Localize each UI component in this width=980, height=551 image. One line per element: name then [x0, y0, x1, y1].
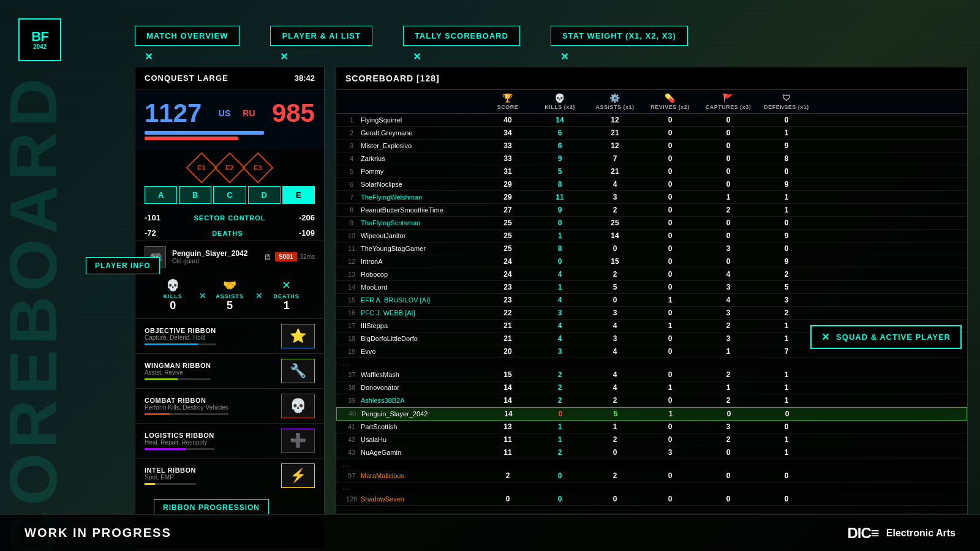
- player-subtitle: Old guard: [172, 258, 247, 264]
- table-row[interactable]: 16 PFC J. WEBB [AI] 22 3 3 0 3 2: [336, 307, 967, 320]
- table-row[interactable]: 8 PeanutButterSmoothieTime 27 9 2 0 2 1: [336, 204, 967, 217]
- table-row[interactable]: 7 TheFlyingWelshman 29 11 3 0 1 1: [336, 191, 967, 204]
- row-separator: ...: [336, 459, 967, 470]
- ea-logo: DIC≡ Electronic Arts: [847, 525, 956, 542]
- table-row[interactable]: 14 MooLord 23 1 5 0 3 5: [336, 281, 967, 294]
- ribbon-text: COMBAT RIBBON Perform Kills, Destroy Veh…: [145, 397, 228, 415]
- close-stat-weight[interactable]: ✕: [560, 51, 569, 62]
- table-row[interactable]: 15 EFR A. BRUSILOV [AI] 23 4 0 1 4 3: [336, 294, 967, 307]
- col-assists: ⚙️ ASSISTS (x1): [587, 93, 643, 110]
- table-row[interactable]: 2 Geralt Greymane 34 6 21 0 0 1: [336, 127, 967, 140]
- player-tag: S001: [275, 252, 296, 261]
- squad-close-icon[interactable]: ✕: [821, 331, 830, 343]
- game-logo: BF 2042: [18, 18, 61, 61]
- assists-col-icon: ⚙️: [609, 93, 620, 103]
- ribbon-icon: ⚡: [281, 463, 315, 488]
- sector-control-row: -101 SECTOR CONTROL -206: [135, 210, 324, 225]
- score-bar-us: [145, 131, 264, 135]
- deaths-ru: -109: [299, 228, 315, 238]
- team-labels: US RU: [219, 108, 255, 118]
- col-defenses: 🛡 DEFENSES (x1): [759, 93, 814, 110]
- table-row[interactable]: 11 TheYoungStagGamer 25 8 0 0 3 0: [336, 242, 967, 255]
- sector-tab-e[interactable]: E: [282, 186, 315, 204]
- table-row[interactable]: 12 IntronA 24 0 15 0 0 9: [336, 255, 967, 268]
- ribbon-item: COMBAT RIBBON Perform Kills, Destroy Veh…: [135, 388, 324, 423]
- ribbon-icon: 🔧: [281, 359, 315, 383]
- assist-icon: 🤝: [202, 279, 258, 292]
- objective-e1: E1: [186, 152, 217, 184]
- stat-deaths: ✕ DEATHS 1: [258, 279, 315, 312]
- tab-tally-scoreboard[interactable]: TALLY SCOREBOARD ✕: [403, 26, 520, 46]
- table-row[interactable]: 5 Pommy 31 5 21 0 0 0: [336, 165, 967, 178]
- sector-tab-b[interactable]: B: [179, 186, 211, 204]
- table-row[interactable]: 37 WafflesMash 15 2 4 0 2 1: [336, 369, 967, 381]
- work-in-progress: WORK IN PROGRESS: [24, 526, 172, 540]
- table-row[interactable]: 97 MaraMalicious 2 0 2 0 0 0: [336, 470, 967, 482]
- sector-control-ru: -206: [299, 213, 315, 222]
- table-row[interactable]: 128 ShadowSeven 0 0 0 0 0 0: [336, 493, 967, 506]
- ribbon-text: LOGISTICS RIBBON Heal, Repair, Resupply: [145, 432, 214, 450]
- ribbon-item: INTEL RIBBON Spot, EMP ⚡: [135, 458, 324, 493]
- column-headers: 🏆 SCORE 💀 KILLS (x2) ⚙️ ASSISTS (x1) 💊 R…: [336, 90, 967, 114]
- table-row[interactable]: 38 Donovonator 14 2 4 1 1 1: [336, 381, 967, 394]
- player-name: Penguin_Slayer_2042: [172, 249, 247, 258]
- player-info-label: PLAYER INFO: [86, 257, 160, 274]
- sector-tab-c[interactable]: C: [213, 186, 246, 204]
- sector-tab-d[interactable]: D: [248, 186, 281, 204]
- tab-stat-weight[interactable]: STAT WEIGHT (X1, X2, X3) ✕: [551, 26, 688, 46]
- deaths-value: 1: [258, 299, 315, 312]
- assists-label: ASSISTS: [202, 293, 258, 299]
- deaths-row: -72 DEATHS -109: [135, 225, 324, 241]
- close-tally[interactable]: ✕: [413, 51, 421, 62]
- table-row[interactable]: 4 Zarkrius 33 9 7 0 0 8: [336, 152, 967, 165]
- col-kills: 💀 KILLS (x2): [532, 93, 587, 110]
- score-us: 1127: [145, 99, 202, 128]
- monitor-icon: 🖥: [263, 252, 272, 262]
- col-player: [361, 93, 483, 110]
- objective-e2: E2: [214, 152, 246, 184]
- player-stats-row: 💀 KILLS 0 🤝 ASSISTS 5 ✕ DEATHS 1: [135, 272, 324, 318]
- ribbons-container: OBJECTIVE RIBBON Capture, Defend, Hold ⭐…: [135, 318, 324, 493]
- table-row[interactable]: 41 PartScottish 13 1 1 0 3 0: [336, 421, 967, 433]
- ribbon-text: WINGMAN RIBBON Assist, Revive: [145, 362, 211, 380]
- sector-tab-a[interactable]: A: [145, 186, 177, 204]
- col-score: 🏆 SCORE: [483, 93, 532, 110]
- ribbon-item: WINGMAN RIBBON Assist, Revive 🔧: [135, 353, 324, 388]
- table-row[interactable]: 1 FlyingSquirrel 40 14 12 0 0 0: [336, 114, 967, 127]
- col-revives: 💊 REVIVES (x2): [643, 93, 698, 110]
- table-row[interactable]: 43 NuAgeGamin 11 2 0 3 0 1: [336, 446, 967, 459]
- table-row[interactable]: 9 TheFlyingScotsman 25 0 25 0 0 0: [336, 217, 967, 230]
- ribbon-text: INTEL RIBBON Spot, EMP: [145, 467, 196, 485]
- ribbon-item: OBJECTIVE RIBBON Capture, Defend, Hold ⭐: [135, 318, 324, 353]
- stat-assists: 🤝 ASSISTS 5: [202, 279, 258, 312]
- col-captures: 🚩 CAPTURES (x3): [698, 93, 759, 110]
- objective-row: E1 E2 E3: [135, 157, 324, 179]
- scoreboard-table: 1 FlyingSquirrel 40 14 12 0 0 0 2 Geralt…: [336, 114, 967, 511]
- score-ru: 985: [272, 99, 315, 128]
- close-match-overview[interactable]: ✕: [145, 51, 153, 62]
- score-section: 1127 US RU 985: [135, 89, 324, 149]
- score-bar-ru: [145, 137, 238, 140]
- scoreboard-watermark: SCOREBOARD: [0, 73, 72, 551]
- table-row[interactable]: 39 Ashless38B2A 14 2 2 0 2 1: [336, 394, 967, 407]
- header-tabs: MATCH OVERVIEW ✕ PLAYER & AI LIST ✕ TALL…: [135, 26, 962, 46]
- ribbon-text: OBJECTIVE RIBBON Capture, Defend, Hold: [145, 327, 216, 345]
- deaths-label: DEATHS: [212, 230, 243, 237]
- table-row[interactable]: 6 SolarNoclipse 29 8 4 0 0 9: [336, 178, 967, 191]
- ribbon-icon: 💀: [281, 394, 315, 418]
- table-row[interactable]: 42 UsalaHu 11 1 2 0 2 1: [336, 433, 967, 446]
- objective-e3: E3: [243, 152, 274, 184]
- kills-icon: 💀: [554, 93, 565, 103]
- table-row[interactable]: 10 WipeoutJanitor 25 1 14 0 0 9: [336, 230, 967, 242]
- table-row[interactable]: 13 Robocop 24 4 2 0 4 2: [336, 268, 967, 281]
- close-player-ai[interactable]: ✕: [280, 51, 288, 62]
- tab-player-ai-list[interactable]: PLAYER & AI LIST ✕: [270, 26, 372, 46]
- revives-icon: 💊: [665, 93, 676, 103]
- table-row[interactable]: 40 Penguin_Slayer_2042 14 0 5 1 0 0: [336, 407, 967, 421]
- player-info-row: 🎮 Penguin_Slayer_2042 Old guard 🖥 S001 3…: [135, 241, 324, 272]
- player-ping: 32ms: [300, 253, 315, 260]
- ribbon-icon: ⭐: [281, 324, 315, 348]
- tab-match-overview[interactable]: MATCH OVERVIEW ✕: [135, 26, 239, 46]
- sector-control-label: SECTOR CONTROL: [194, 214, 265, 222]
- table-row[interactable]: 3 Mister_Explosivo 33 6 12 0 0 9: [336, 140, 967, 152]
